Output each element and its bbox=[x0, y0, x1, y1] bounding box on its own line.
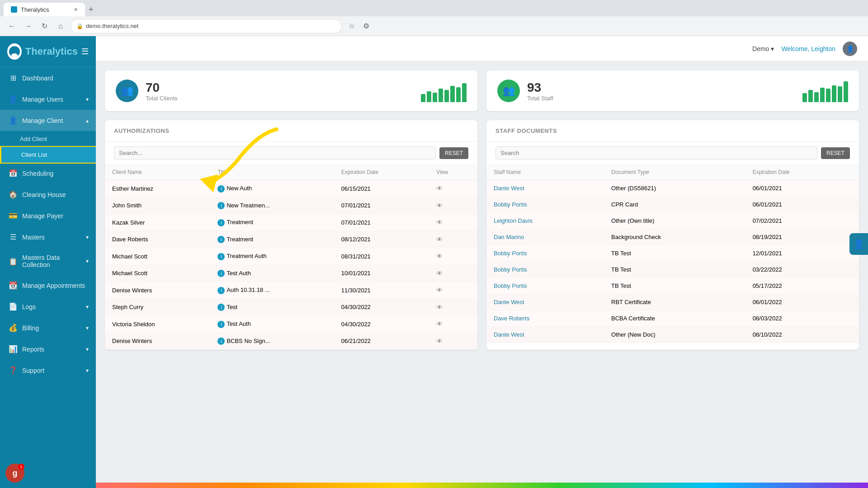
staff-name-link[interactable]: Bobby Portis bbox=[494, 266, 527, 273]
staff-documents-table: Staff Name Document Type Expiration Date… bbox=[486, 164, 859, 343]
view-icon[interactable]: 👁 bbox=[436, 304, 443, 311]
user-avatar[interactable]: 👤 bbox=[843, 42, 857, 56]
staff-name-link[interactable]: Bobby Portis bbox=[494, 250, 527, 257]
view-icon[interactable]: 👁 bbox=[436, 338, 443, 345]
auth-view[interactable]: 👁 bbox=[429, 282, 477, 299]
new-tab-button[interactable]: + bbox=[85, 5, 97, 14]
stat-card-clients: 👥 70 Total Clients bbox=[105, 70, 477, 111]
view-icon[interactable]: 👁 bbox=[436, 219, 443, 226]
staff-chart bbox=[802, 80, 848, 102]
staff-name[interactable]: Bobby Portis bbox=[486, 262, 604, 278]
view-icon[interactable]: 👁 bbox=[436, 320, 443, 328]
staff-reset-button[interactable]: RESET bbox=[821, 147, 850, 159]
sidebar-item-client-list[interactable]: Client List bbox=[0, 147, 96, 163]
view-icon[interactable]: 👁 bbox=[436, 185, 443, 192]
view-icon[interactable]: 👁 bbox=[436, 286, 443, 294]
active-tab[interactable]: Theralytics ✕ bbox=[4, 3, 85, 16]
staff-name-link[interactable]: Bobby Portis bbox=[494, 282, 527, 289]
staff-name[interactable]: Dan Marino bbox=[486, 229, 604, 245]
hamburger-icon[interactable]: ☰ bbox=[81, 47, 89, 56]
authorizations-reset-button[interactable]: RESET bbox=[439, 147, 468, 159]
staff-name-link[interactable]: Bobby Portis bbox=[494, 201, 527, 208]
info-icon[interactable]: i bbox=[217, 304, 225, 311]
staff-name-link[interactable]: Dan Marino bbox=[494, 234, 524, 240]
staff-name[interactable]: Dante West bbox=[486, 180, 604, 197]
auth-table-row: Dave Roberts iTreatment 08/12/2021 👁 bbox=[105, 231, 477, 248]
info-icon[interactable]: i bbox=[217, 338, 225, 345]
col-document-type: Document Type bbox=[604, 164, 745, 180]
staff-name-link[interactable]: Dante West bbox=[494, 185, 524, 192]
view-icon[interactable]: 👁 bbox=[436, 253, 443, 260]
info-icon[interactable]: i bbox=[217, 185, 225, 192]
close-tab-button[interactable]: ✕ bbox=[74, 7, 78, 13]
auth-view[interactable]: 👁 bbox=[429, 180, 477, 197]
view-icon[interactable]: 👁 bbox=[436, 202, 443, 209]
sidebar-item-support[interactable]: ❓ Support ▾ bbox=[0, 360, 96, 381]
staff-name[interactable]: Bobby Portis bbox=[486, 197, 604, 213]
sidebar-item-reports[interactable]: 📊 Reports ▾ bbox=[0, 338, 96, 360]
auth-view[interactable]: 👁 bbox=[429, 231, 477, 248]
sidebar-item-manage-users[interactable]: 👤 Manage Users ▾ bbox=[0, 89, 96, 110]
back-button[interactable]: ← bbox=[5, 20, 18, 33]
auth-view[interactable]: 👁 bbox=[429, 299, 477, 316]
staff-bar-4 bbox=[826, 89, 830, 102]
staff-expiration: 05/17/2022 bbox=[745, 278, 859, 294]
sidebar-label-masters: Masters bbox=[22, 234, 81, 241]
sidebar-item-masters-data-collection[interactable]: 📋 Masters Data Collection ▾ bbox=[0, 248, 96, 275]
view-icon[interactable]: 👁 bbox=[436, 236, 443, 243]
user-avatar-badge[interactable]: g 1 bbox=[5, 464, 24, 483]
auth-client-name: Victoria Sheldon bbox=[105, 316, 210, 333]
staff-search-input[interactable] bbox=[495, 146, 817, 160]
address-bar[interactable]: 🔒 demo.theralytics.net bbox=[71, 19, 342, 33]
bookmark-button[interactable]: ☆ bbox=[345, 20, 358, 33]
info-icon[interactable]: i bbox=[217, 287, 225, 294]
staff-name[interactable]: Leighton Davis bbox=[486, 213, 604, 229]
staff-name[interactable]: Bobby Portis bbox=[486, 278, 604, 294]
auth-view[interactable]: 👁 bbox=[429, 197, 477, 214]
staff-name[interactable]: Dave Roberts bbox=[486, 310, 604, 327]
extensions-button[interactable]: ⚙ bbox=[360, 20, 373, 33]
sidebar-item-dashboard[interactable]: ⊞ Dashboard bbox=[0, 67, 96, 89]
staff-expiration: 08/03/2022 bbox=[745, 310, 859, 327]
auth-view[interactable]: 👁 bbox=[429, 333, 477, 350]
sidebar-item-manage-client[interactable]: 👤 Manage Client ▴ bbox=[0, 110, 96, 131]
auth-title: iNew Treatmen... bbox=[210, 197, 334, 214]
sidebar-item-clearing-house[interactable]: 🏠 Clearing House bbox=[0, 184, 96, 205]
staff-name[interactable]: Dante West bbox=[486, 327, 604, 343]
staff-stats: 93 Total Staff bbox=[527, 80, 553, 102]
info-icon[interactable]: i bbox=[217, 202, 225, 209]
forward-button[interactable]: → bbox=[22, 20, 34, 33]
info-icon[interactable]: i bbox=[217, 270, 225, 277]
staff-name[interactable]: Bobby Portis bbox=[486, 245, 604, 262]
staff-name-link[interactable]: Dante West bbox=[494, 331, 524, 338]
home-button[interactable]: ⌂ bbox=[54, 20, 67, 33]
sidebar-item-logs[interactable]: 📄 Logs ▾ bbox=[0, 296, 96, 317]
staff-name-link[interactable]: Dante West bbox=[494, 299, 524, 305]
reload-button[interactable]: ↻ bbox=[38, 20, 51, 33]
authorizations-search-input[interactable] bbox=[114, 146, 436, 160]
sidebar-item-manage-appointments[interactable]: 📆 Manage Appointments bbox=[0, 275, 96, 296]
sidebar-item-scheduling[interactable]: 📅 Scheduling bbox=[0, 163, 96, 184]
auth-view[interactable]: 👁 bbox=[429, 248, 477, 265]
chevron-down-icon-3: ▾ bbox=[86, 258, 89, 264]
stats-row: 👥 70 Total Clients 👥 93 Total Staff bbox=[105, 70, 859, 111]
staff-name-link[interactable]: Dave Roberts bbox=[494, 315, 529, 322]
sidebar-item-masters[interactable]: ☰ Masters ▾ bbox=[0, 226, 96, 248]
auth-view[interactable]: 👁 bbox=[429, 316, 477, 333]
sidebar-item-billing[interactable]: 💰 Billing ▾ bbox=[0, 317, 96, 338]
info-icon[interactable]: i bbox=[217, 219, 225, 226]
staff-name[interactable]: Dante West bbox=[486, 294, 604, 310]
sidebar-item-add-client[interactable]: Add Client bbox=[0, 131, 96, 147]
auth-view[interactable]: 👁 bbox=[429, 265, 477, 282]
floating-action-button[interactable]: 👤 bbox=[849, 233, 868, 255]
auth-expiration: 04/30/2022 bbox=[334, 299, 429, 316]
demo-selector[interactable]: Demo ▾ bbox=[752, 45, 774, 52]
info-icon[interactable]: i bbox=[217, 321, 225, 328]
sidebar-item-manage-payer[interactable]: 💳 Manage Payer bbox=[0, 205, 96, 226]
auth-view[interactable]: 👁 bbox=[429, 214, 477, 231]
info-icon[interactable]: i bbox=[217, 253, 225, 260]
tab-favicon bbox=[11, 6, 17, 13]
view-icon[interactable]: 👁 bbox=[436, 270, 443, 277]
staff-name-link[interactable]: Leighton Davis bbox=[494, 217, 533, 224]
info-icon[interactable]: i bbox=[217, 236, 225, 243]
